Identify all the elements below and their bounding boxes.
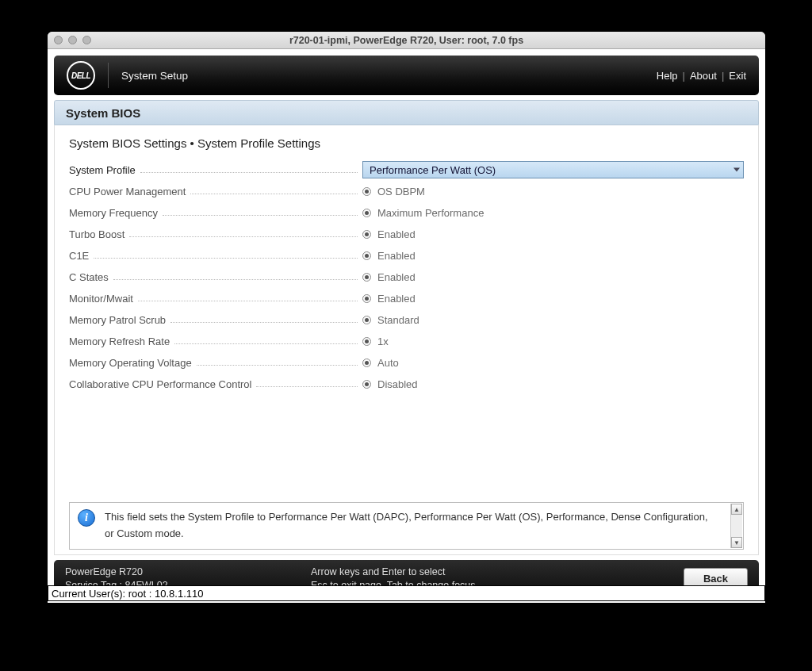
setting-value: Maximum Performance <box>377 207 484 219</box>
setting-value: Enabled <box>377 293 416 305</box>
setting-system-profile[interactable]: System Profile Performance Per Watt (OS) <box>69 161 744 178</box>
scroll-down-icon[interactable]: ▼ <box>731 537 742 548</box>
help-box: i This field sets the System Profile to … <box>69 502 744 550</box>
window-titlebar[interactable]: r720-01-ipmi, PowerEdge R720, User: root… <box>48 32 765 49</box>
viewer-body: DELL System Setup Help | About | Exit Sy… <box>48 49 765 603</box>
setting-label: C States <box>69 271 109 283</box>
setting-label: System Profile <box>69 164 136 176</box>
help-scrollbar[interactable]: ▲ ▼ <box>730 504 742 548</box>
setting-row: CPU Power Management OS DBPM <box>69 182 744 200</box>
setting-row: Turbo Boost Enabled <box>69 225 744 243</box>
footer-hint-1: Arrow keys and Enter to select <box>311 566 476 577</box>
setting-row: Memory Refresh Rate 1x <box>69 332 744 350</box>
setting-row: Memory Frequency Maximum Performance <box>69 204 744 221</box>
setting-value: Enabled <box>377 271 416 283</box>
setting-label: Turbo Boost <box>69 228 124 240</box>
breadcrumb: System BIOS Settings • System Profile Se… <box>69 136 744 150</box>
setting-value: Disabled <box>377 378 418 390</box>
divider <box>108 63 109 88</box>
setting-row: Memory Patrol Scrub Standard <box>69 311 744 328</box>
about-link[interactable]: About <box>690 70 717 82</box>
header-links: Help | About | Exit <box>657 70 746 82</box>
radio-icon[interactable] <box>362 187 371 196</box>
bios-screen: DELL System Setup Help | About | Exit Sy… <box>54 56 759 596</box>
setting-value: 1x <box>377 336 389 347</box>
window-title: r720-01-ipmi, PowerEdge R720, User: root… <box>48 35 765 46</box>
radio-icon[interactable] <box>362 380 371 389</box>
dropdown-value: Performance Per Watt (OS) <box>370 164 496 176</box>
setting-label: Monitor/Mwait <box>69 293 133 305</box>
radio-icon[interactable] <box>362 316 371 324</box>
radio-icon[interactable] <box>362 251 371 260</box>
system-profile-dropdown[interactable]: Performance Per Watt (OS) <box>362 161 744 178</box>
radio-icon[interactable] <box>362 209 371 217</box>
setting-label: CPU Power Management <box>69 186 186 197</box>
radio-icon[interactable] <box>362 359 371 367</box>
exit-link[interactable]: Exit <box>729 70 746 82</box>
setting-label: Collaborative CPU Performance Control <box>69 378 251 390</box>
setting-row: Memory Operating Voltage Auto <box>69 354 744 371</box>
help-link[interactable]: Help <box>657 70 678 82</box>
radio-icon[interactable] <box>362 230 371 239</box>
setting-label: Memory Patrol Scrub <box>69 314 166 326</box>
setting-label: Memory Operating Voltage <box>69 357 192 369</box>
header-title: System Setup <box>121 70 188 82</box>
setting-label: C1E <box>69 250 89 262</box>
setting-label: Memory Refresh Rate <box>69 336 170 347</box>
setting-value: Standard <box>377 314 419 326</box>
setting-value: Auto <box>377 357 399 369</box>
setting-row: Monitor/Mwait Enabled <box>69 289 744 307</box>
setting-row: C1E Enabled <box>69 247 744 264</box>
info-icon: i <box>78 509 95 527</box>
setting-value: OS DBPM <box>377 186 425 197</box>
help-text: This field sets the System Profile to Pe… <box>105 509 735 543</box>
settings-list: System Profile Performance Per Watt (OS)… <box>69 161 744 393</box>
dell-logo-icon: DELL <box>67 61 95 90</box>
page-title: System BIOS <box>54 100 759 125</box>
setting-row: C States Enabled <box>69 268 744 286</box>
radio-icon[interactable] <box>362 337 371 346</box>
setting-label: Memory Frequency <box>69 207 158 219</box>
scroll-up-icon[interactable]: ▲ <box>731 504 742 515</box>
setting-value: Enabled <box>377 228 416 240</box>
radio-icon[interactable] <box>362 294 371 303</box>
bios-header: DELL System Setup Help | About | Exit <box>54 56 759 95</box>
remote-viewer-window: r720-01-ipmi, PowerEdge R720, User: root… <box>48 32 765 603</box>
setting-value: Enabled <box>377 250 416 262</box>
radio-icon[interactable] <box>362 273 371 282</box>
chevron-down-icon <box>733 168 740 172</box>
content-area: System BIOS Settings • System Profile Se… <box>54 125 759 555</box>
setting-row: Collaborative CPU Performance Control Di… <box>69 375 744 393</box>
footer-model: PowerEdge R720 <box>65 566 311 577</box>
status-line: Current User(s): root : 10.8.1.110 <box>48 585 765 601</box>
